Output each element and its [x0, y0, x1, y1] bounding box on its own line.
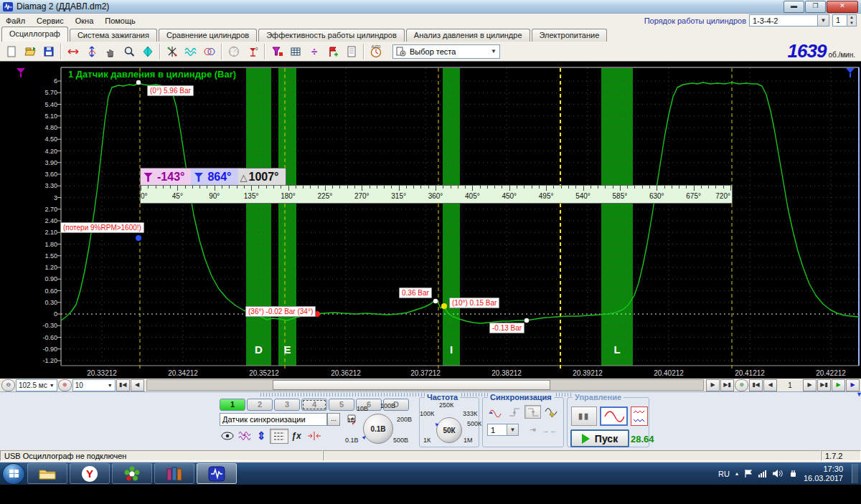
cylinder-number-spinner[interactable]: 1 ▲▼	[832, 14, 857, 27]
pause-button[interactable]: ▮▮	[571, 406, 597, 426]
sync-edge-rising-icon[interactable]	[487, 405, 504, 419]
continuous-sweep-button[interactable]	[631, 406, 648, 426]
play-blue-button[interactable]: ▶	[846, 379, 860, 391]
signal-browse-button[interactable]: ...	[327, 413, 340, 426]
auto-measure-icon[interactable]	[225, 42, 243, 61]
clock[interactable]: 17:30 16.03.2017	[804, 465, 843, 483]
filter-trigger-icon[interactable]	[268, 42, 286, 61]
open-file-icon[interactable]	[21, 42, 39, 61]
math-function-icon[interactable]: ƒx	[288, 429, 304, 442]
prev-page-button[interactable]: ◀	[763, 379, 777, 391]
frequency-scale-label: 1М	[464, 437, 473, 444]
sync-manual-icon[interactable]	[543, 405, 560, 419]
menu-item-0[interactable]: Файл	[0, 15, 31, 27]
channel-button-1[interactable]: 1	[220, 399, 245, 411]
signal-input[interactable]: Датчик синхронизации	[220, 413, 327, 426]
table-view-icon[interactable]	[286, 42, 305, 61]
special-view-icon[interactable]	[138, 42, 157, 61]
tab-5[interactable]: Электропитание	[532, 29, 608, 42]
degree-ruler[interactable]: 0°45°90°135°180°225°270°315°360°405°450°…	[140, 185, 733, 204]
network-icon[interactable]	[758, 470, 766, 477]
split-markers-icon[interactable]	[306, 429, 323, 442]
spin-down-icon[interactable]: ▼	[847, 21, 856, 27]
action-center-flag-icon[interactable]	[744, 469, 753, 478]
test-select-combo[interactable]: Выбор теста ▼	[392, 44, 500, 59]
pressure-waveform-plot[interactable]	[0, 62, 861, 379]
channel-button-4[interactable]: 4	[301, 399, 327, 411]
zoom-tool-icon[interactable]	[120, 42, 138, 61]
taskbar-diamag[interactable]	[197, 463, 237, 484]
zoom-out-icon[interactable]: ⊖	[1, 379, 15, 391]
divider-icon[interactable]: ÷	[305, 42, 324, 61]
sync-step-down-icon[interactable]	[524, 405, 541, 419]
save-file-icon[interactable]	[39, 42, 58, 61]
marker-flag-icon[interactable]	[324, 42, 342, 61]
goto-start-button[interactable]: ▮◀	[116, 379, 130, 391]
channel-button-3[interactable]: 3	[274, 399, 300, 411]
time-scrollbar[interactable]	[146, 379, 704, 391]
prev-page-start-button[interactable]: ▮◀	[749, 379, 763, 391]
play-green-button[interactable]: ▶	[832, 379, 845, 391]
minimize-button[interactable]: ▬	[784, 1, 804, 13]
sync-channel-select[interactable]: 1▼	[487, 424, 519, 436]
divisions-select[interactable]: 10▼	[72, 379, 116, 391]
channel-button-2[interactable]: 2	[247, 399, 273, 411]
restore-button[interactable]: ❐	[805, 1, 826, 13]
fit-horizontal-icon[interactable]	[64, 42, 83, 61]
zero-offset-icon[interactable]: 0	[243, 42, 262, 61]
hidden-icons-arrow[interactable]: ▴	[735, 470, 738, 477]
taskbar-winrar[interactable]	[154, 463, 194, 484]
tab-0[interactable]: Осциллограф	[1, 27, 68, 42]
sync-collapse-icon[interactable]: →←	[542, 424, 557, 436]
close-button[interactable]: ✕	[827, 1, 858, 13]
taskbar-yandex[interactable]: Y	[70, 463, 110, 484]
voltage-range-knob[interactable]: 0.1В	[363, 414, 393, 444]
sync-expand-icon[interactable]: ⇥	[524, 424, 540, 436]
next-page-button[interactable]: ▶	[803, 379, 817, 391]
language-indicator[interactable]: RU	[718, 470, 730, 478]
firing-order-select[interactable]: 1-3-4-2▼	[749, 14, 829, 27]
waves-overlay-icon[interactable]	[182, 42, 200, 61]
zoom-in-icon[interactable]: ⊕	[58, 379, 72, 391]
step-right-button[interactable]: ▶	[706, 379, 720, 391]
tab-3[interactable]: Эффективность работы цилиндров	[258, 29, 405, 42]
show-desktop-button[interactable]	[852, 464, 858, 483]
y-axis-tick: 4.50	[27, 135, 57, 143]
single-sweep-button[interactable]	[600, 406, 628, 426]
scrollbar-thumb[interactable]	[273, 380, 550, 390]
fit-vertical-icon[interactable]	[83, 42, 101, 61]
tab-2[interactable]: Сравнение цилиндров	[159, 29, 257, 42]
start-button-orb[interactable]	[2, 463, 25, 485]
channel-button-5[interactable]: 5	[329, 399, 354, 411]
time-scale-select[interactable]: 102.5 мс▼	[16, 379, 57, 391]
volume-icon[interactable]	[772, 469, 783, 478]
next-page-end-button[interactable]: ▶▮	[817, 379, 831, 391]
fit-view-icon[interactable]: ⊕	[735, 379, 748, 391]
new-document-icon[interactable]	[2, 42, 21, 61]
menu-item-3[interactable]: Помощь	[99, 15, 141, 27]
frequency-knob[interactable]: 50К	[436, 417, 462, 443]
noise-filter-icon[interactable]	[237, 429, 253, 442]
oscillogram-chart[interactable]: 1 Датчик давления в цилиндре (Bar) -143°…	[0, 62, 861, 379]
goto-end-button[interactable]: ▶▮	[720, 379, 734, 391]
compress-x-icon[interactable]	[163, 42, 182, 61]
sync-step-up-icon[interactable]	[506, 405, 522, 419]
taskbar-icq[interactable]	[112, 463, 152, 484]
scale-updown-icon[interactable]: ⇕	[254, 429, 268, 442]
menu-item-1[interactable]: Сервис	[31, 15, 70, 27]
waves-pair-icon[interactable]	[200, 42, 219, 61]
power-plug-icon[interactable]	[789, 469, 798, 478]
tab-4[interactable]: Анализ давления в цилиндре	[406, 29, 530, 42]
step-left-button[interactable]: ◀	[131, 379, 144, 391]
start-button[interactable]: Пуск	[570, 429, 629, 447]
report-icon[interactable]	[342, 42, 361, 61]
spin-up-icon[interactable]: ▲	[847, 15, 856, 21]
auto-setup-icon[interactable]: AUTO	[367, 42, 385, 61]
menu-item-2[interactable]: Окна	[70, 15, 100, 27]
cursor-measure-box[interactable]: -143° 864° △ 1007°	[140, 168, 286, 186]
taskbar-explorer[interactable]	[27, 463, 67, 484]
tab-1[interactable]: Система зажигания	[70, 29, 157, 42]
visibility-eye-icon[interactable]	[220, 429, 235, 442]
hand-tool-icon[interactable]	[101, 42, 120, 61]
grid-lines-icon[interactable]	[270, 429, 288, 444]
